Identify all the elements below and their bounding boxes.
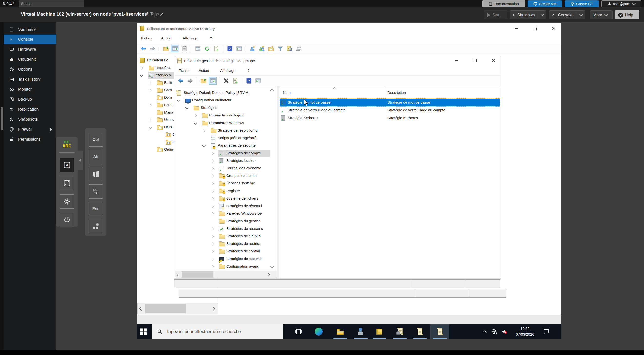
- tree-item-strat-gies-de-r-seau-s[interactable]: Stratégies de réseau s: [174, 225, 277, 233]
- gpo-pane-splitter[interactable]: [277, 86, 280, 278]
- sidebar-item-replication[interactable]: Replication: [4, 104, 56, 114]
- help-icon[interactable]: ?: [245, 77, 253, 84]
- list-row-strat-gie-de-verrouillage-du-compte[interactable]: Stratégie de verrouillage du compteStrat…: [280, 106, 500, 114]
- new-group-icon[interactable]: [258, 44, 266, 52]
- maximize-button[interactable]: [468, 55, 482, 66]
- shutdown-button[interactable]: Shutdown: [510, 10, 546, 19]
- tree-item-strat-gie-de-r-solution-d[interactable]: Stratégie de résolution d: [174, 127, 277, 134]
- tree-item-groupes-restreints[interactable]: Groupes restreints: [174, 173, 277, 180]
- menu-item-fichier[interactable]: Fichier: [179, 68, 190, 73]
- tree-item-param-tres-du-logiciel[interactable]: Paramètres du logiciel: [174, 112, 277, 119]
- tree-item-syst-me-de-fichiers[interactable]: Système de fichiers: [174, 195, 277, 202]
- vnc-key-tab-key-icon[interactable]: [89, 184, 103, 199]
- scroll-left-arrow[interactable]: [140, 307, 144, 311]
- expand-expander[interactable]: [194, 114, 197, 117]
- delete-icon[interactable]: [222, 77, 230, 84]
- tree-item-strat-gies-de-s-curit[interactable]: Stratégies de sécurité: [174, 256, 277, 263]
- sidebar-item-snapshots[interactable]: Snapshots: [4, 114, 56, 124]
- menu-item-action[interactable]: Action: [199, 68, 209, 73]
- tree-item-strat-gies-de-compte[interactable]: Stratégies de compte: [174, 150, 277, 157]
- expand-expander[interactable]: [211, 167, 214, 170]
- menu-item-[interactable]: ?: [248, 68, 250, 73]
- taskbar-app-gpmc-icon[interactable]: [393, 324, 407, 339]
- tree-item-configuration-ordinateur[interactable]: Configuration ordinateur: [174, 97, 277, 104]
- tree-item-strat-gies-locales[interactable]: Stratégies locales: [174, 157, 277, 165]
- find-icon[interactable]: [286, 44, 293, 52]
- tree-item-strat-gies-de-cl-pub[interactable]: Stratégies de clé pub: [174, 233, 277, 240]
- tree-item-pare-feu-windows-de[interactable]: Pare-feu Windows De: [174, 210, 277, 218]
- scrollbar-thumb[interactable]: [182, 271, 213, 278]
- list-row-strat-gie-de-mot-de-passe[interactable]: Stratégie de mot de passeStratégie de mo…: [280, 99, 500, 106]
- taskbar-app-gpo-editor-icon[interactable]: [413, 324, 427, 339]
- column-header-description[interactable]: Description: [388, 90, 406, 94]
- expand-expander[interactable]: [211, 250, 214, 253]
- filter-icon[interactable]: [276, 44, 284, 52]
- folder-up-icon[interactable]: [162, 44, 170, 52]
- taskbar-app-task-view-icon[interactable]: [292, 324, 305, 339]
- column-header-nom[interactable]: Nom: [283, 90, 291, 94]
- ad-tree-hscrollbar[interactable]: [137, 303, 218, 314]
- new-window-icon[interactable]: [235, 44, 243, 52]
- expand-expander[interactable]: [211, 182, 214, 185]
- close-button[interactable]: [547, 23, 561, 34]
- expand-expander[interactable]: [211, 258, 214, 261]
- sidebar-item-summary[interactable]: Summary: [4, 25, 56, 34]
- vnc-extra-keys-button[interactable]: A: [60, 158, 74, 172]
- taskbar-search-input[interactable]: Tapez ici pour effectuer une recherche: [152, 324, 283, 339]
- menu-item-affichage[interactable]: Affichage: [220, 68, 235, 73]
- clipboard-icon[interactable]: [180, 44, 188, 52]
- scroll-right-arrow[interactable]: [267, 273, 270, 276]
- tree-item-param-tres-windows[interactable]: Paramètres Windows: [174, 120, 277, 127]
- taskbar-app-file-explorer-icon[interactable]: [333, 324, 347, 339]
- help-icon[interactable]: ?: [226, 44, 234, 52]
- expand-expander[interactable]: [148, 81, 152, 84]
- new-window-icon[interactable]: [254, 77, 262, 84]
- collapse-expander[interactable]: [185, 106, 188, 109]
- sidebar-splitter-handle[interactable]: [1, 107, 3, 130]
- menu-item-[interactable]: ?: [210, 36, 212, 40]
- console-tree-icon[interactable]: [171, 44, 179, 52]
- expand-expander[interactable]: [140, 66, 143, 70]
- tree-item-strat-gie-default-domain-policy-srv-a[interactable]: Stratégie Default Domain Policy [SRV-A: [174, 89, 277, 97]
- vnc-fullscreen-button[interactable]: [60, 176, 74, 190]
- tree-item-strat-gies-du-gestion[interactable]: Stratégies du gestion: [174, 218, 277, 225]
- folder-up-icon[interactable]: [200, 77, 207, 84]
- expand-expander[interactable]: [211, 197, 214, 200]
- new-ou-icon[interactable]: [267, 44, 275, 52]
- search-input[interactable]: Search: [18, 0, 84, 7]
- taskbar-app-gpo-editor-icon-active[interactable]: [430, 324, 450, 339]
- tree-item-strat-gies-de-restricti[interactable]: Stratégies de restricti: [174, 241, 277, 248]
- ad-window-titlebar[interactable]: Utilisateurs et ordinateurs Active Direc…: [137, 23, 561, 34]
- expand-expander[interactable]: [148, 103, 152, 107]
- sidebar-item-backup[interactable]: Backup: [4, 94, 56, 104]
- vnc-disconnect-button[interactable]: [60, 213, 74, 227]
- forward-icon[interactable]: [186, 77, 194, 84]
- more-button[interactable]: More: [590, 10, 612, 19]
- documentation-button[interactable]: Documentation: [482, 0, 525, 7]
- expand-expander[interactable]: [211, 190, 214, 193]
- sidebar-item-firewall[interactable]: Firewall: [4, 124, 56, 134]
- expand-expander[interactable]: [211, 227, 214, 231]
- user-menu-button[interactable]: root@pam: [601, 0, 641, 7]
- sidebar-item-cloud-init[interactable]: Cloud-Init: [4, 54, 56, 64]
- back-icon[interactable]: [177, 77, 184, 84]
- create-vm-button[interactable]: Create VM: [528, 0, 562, 7]
- expand-expander[interactable]: [211, 205, 214, 208]
- tree-item-scripts-d-marrage-arr-t[interactable]: Scripts (démarrage/arrêt: [174, 135, 277, 142]
- vnc-key-esc[interactable]: Esc: [89, 202, 103, 216]
- expand-expander[interactable]: [148, 89, 152, 92]
- volume-muted-icon[interactable]: [500, 328, 508, 336]
- collapse-expander[interactable]: [176, 98, 180, 102]
- create-ct-button[interactable]: Create CT: [565, 0, 599, 7]
- new-user-icon[interactable]: [248, 44, 256, 52]
- minimize-button[interactable]: [450, 55, 464, 66]
- tree-item-journal-des-v-neme[interactable]: Journal des événeme: [174, 165, 277, 172]
- menu-item-action[interactable]: Action: [161, 36, 172, 40]
- scroll-left-arrow[interactable]: [176, 273, 180, 276]
- vnc-key-ctrl-alt-del-icon[interactable]: [89, 219, 103, 233]
- scrollbar-thumb[interactable]: [145, 304, 186, 313]
- tree-item-services-syst-me[interactable]: Services système: [174, 180, 277, 187]
- scroll-right-arrow[interactable]: [211, 307, 215, 311]
- sidebar-item-monitor[interactable]: Monitor: [4, 84, 56, 94]
- sidebar-item-task-history[interactable]: Task History: [4, 74, 56, 84]
